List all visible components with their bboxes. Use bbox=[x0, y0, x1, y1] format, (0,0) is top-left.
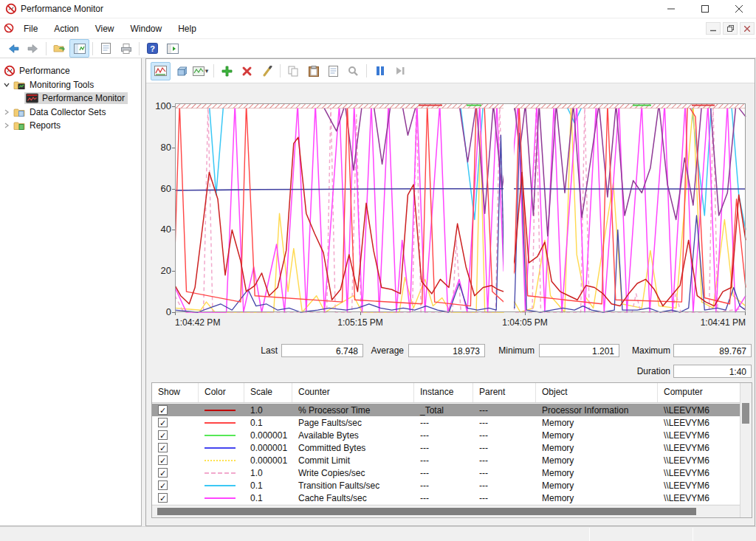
maximize-icon[interactable] bbox=[688, 0, 722, 18]
freeze-display-button[interactable] bbox=[370, 62, 390, 80]
show-checkbox[interactable]: ✓ bbox=[158, 493, 168, 503]
show-checkbox[interactable]: ✓ bbox=[158, 480, 168, 490]
show-checkbox[interactable]: ✓ bbox=[158, 455, 168, 465]
chevron-right-icon[interactable] bbox=[1, 107, 12, 117]
column-header-parent[interactable]: Parent bbox=[473, 383, 536, 402]
cell-counter: Transition Faults/sec bbox=[292, 479, 414, 492]
cell-counter: Page Faults/sec bbox=[292, 416, 414, 429]
cell-instance: _Total bbox=[414, 404, 473, 416]
update-data-button[interactable] bbox=[390, 62, 410, 80]
counter-row-commit-limit[interactable]: ✓0.000001Commit Limit------Memory\\LEEVY… bbox=[152, 454, 740, 466]
sidebar-item-performance[interactable]: Performance bbox=[1, 63, 141, 77]
cell-computer: \\LEEVYM6 bbox=[658, 454, 740, 466]
tree-item-label: Performance bbox=[18, 65, 73, 77]
highlight-button[interactable] bbox=[257, 62, 277, 80]
legend-vertical-scrollbar[interactable] bbox=[740, 383, 752, 517]
y-axis-label: 40 bbox=[146, 224, 171, 235]
cell-computer: \\LEEVYM6 bbox=[658, 466, 740, 479]
dropdown-caret-icon[interactable]: ▾ bbox=[205, 67, 209, 75]
cell-instance: --- bbox=[414, 492, 473, 504]
paste-counter-list-button[interactable] bbox=[303, 62, 323, 80]
counter-legend-table: ShowColorScaleCounterInstanceParentObjec… bbox=[151, 382, 752, 518]
performance-monitor-window: Performance Monitor FileActionViewWindow… bbox=[0, 0, 756, 541]
copy-properties-button[interactable] bbox=[284, 62, 303, 80]
print-icon bbox=[120, 44, 132, 54]
menu-view[interactable]: View bbox=[87, 21, 123, 37]
mdi-minimize-icon[interactable] bbox=[706, 22, 721, 35]
vertical-scroll-thumb[interactable] bbox=[742, 403, 749, 424]
column-header-object[interactable]: Object bbox=[536, 383, 658, 402]
column-header-instance[interactable]: Instance bbox=[414, 383, 473, 402]
perfmon-logo-icon bbox=[4, 65, 16, 77]
cell-parent: --- bbox=[473, 454, 536, 466]
legend-horizontal-scrollbar[interactable] bbox=[152, 505, 740, 517]
column-header-color[interactable]: Color bbox=[199, 383, 244, 402]
chevron-down-icon[interactable] bbox=[1, 80, 12, 90]
sidebar-item-monitoring-tools[interactable]: Monitoring Tools bbox=[1, 77, 141, 92]
counter-row-transition-faults-sec[interactable]: ✓0.1Transition Faults/sec------Memory\\L… bbox=[152, 479, 740, 492]
column-header-show[interactable]: Show bbox=[152, 383, 199, 402]
forward-button[interactable] bbox=[23, 39, 43, 58]
close-icon[interactable] bbox=[722, 0, 756, 18]
counter-row-committed-bytes[interactable]: ✓0.000001Committed Bytes------Memory\\LE… bbox=[152, 441, 740, 454]
performance-chart bbox=[175, 103, 746, 313]
menu-action[interactable]: Action bbox=[46, 21, 86, 37]
zoom-button[interactable] bbox=[343, 62, 363, 80]
y-axis-label: 80 bbox=[146, 142, 171, 153]
mdi-restore-icon[interactable] bbox=[723, 22, 738, 35]
sidebar-item-data-collector-sets[interactable]: Data Collector Sets bbox=[1, 105, 141, 119]
menu-window[interactable]: Window bbox=[123, 21, 171, 37]
menu-file[interactable]: File bbox=[16, 21, 46, 37]
time-axis-label: 1:04:05 PM bbox=[495, 317, 554, 328]
mdi-close-icon[interactable] bbox=[740, 22, 755, 35]
counter-row-cache-faults-sec[interactable]: ✓0.1Cache Faults/sec------Memory\\LEEVYM… bbox=[152, 492, 740, 504]
change-graph-type-button[interactable]: ▾ bbox=[190, 62, 210, 80]
export-list-button[interactable] bbox=[49, 39, 69, 58]
help-button[interactable]: ? bbox=[142, 39, 162, 58]
counter-row-available-bytes[interactable]: ✓0.000001Available Bytes------Memory\\LE… bbox=[152, 429, 740, 441]
cell-counter: Available Bytes bbox=[292, 429, 414, 441]
toolbar-separator bbox=[280, 64, 281, 77]
view-log-data-button[interactable] bbox=[171, 62, 190, 80]
average-label: Average bbox=[359, 344, 404, 357]
show-checkbox[interactable]: ✓ bbox=[158, 430, 168, 440]
minimize-icon[interactable] bbox=[654, 0, 688, 18]
view-current-activity-button[interactable] bbox=[151, 62, 171, 80]
color-swatch bbox=[205, 447, 236, 449]
back-button[interactable] bbox=[3, 39, 23, 58]
counter-row-write-copies-sec[interactable]: ✓1.0Write Copies/sec------Memory\\LEEVYM… bbox=[152, 466, 740, 479]
counter-row-page-faults-sec[interactable]: ✓0.1Page Faults/sec------Memory\\LEEVYM6 bbox=[152, 416, 740, 429]
new-window-button[interactable] bbox=[162, 39, 182, 58]
show-checkbox[interactable]: ✓ bbox=[158, 405, 168, 415]
cell-object: Processor Information bbox=[536, 404, 658, 416]
horizontal-scroll-thumb[interactable] bbox=[157, 508, 696, 515]
cell-instance: --- bbox=[414, 429, 473, 441]
show-checkbox[interactable]: ✓ bbox=[158, 443, 168, 452]
cell-scale: 0.1 bbox=[244, 416, 292, 429]
properties-button[interactable] bbox=[323, 62, 343, 80]
last-label: Last bbox=[236, 344, 278, 357]
tree-item-label: Data Collector Sets bbox=[28, 106, 109, 118]
cell-counter: Cache Faults/sec bbox=[292, 492, 414, 504]
properties-button[interactable] bbox=[96, 39, 116, 58]
show-console-tree-icon bbox=[74, 44, 86, 54]
cell-object: Memory bbox=[536, 441, 658, 454]
column-header-scale[interactable]: Scale bbox=[244, 383, 292, 402]
duration-value: 1:40 bbox=[673, 365, 752, 378]
sidebar-item-performance-monitor[interactable]: Performance Monitor bbox=[1, 91, 141, 105]
column-header-computer[interactable]: Computer bbox=[658, 383, 740, 402]
show-console-tree-button[interactable] bbox=[69, 39, 89, 58]
add-counters-button[interactable] bbox=[217, 62, 237, 80]
column-header-counter[interactable]: Counter bbox=[292, 383, 414, 402]
chevron-right-icon[interactable] bbox=[1, 120, 12, 131]
tree-item-label: Performance Monitor bbox=[41, 92, 128, 104]
menu-help[interactable]: Help bbox=[170, 21, 205, 37]
delete-counters-button[interactable] bbox=[237, 62, 257, 80]
new-window-icon bbox=[167, 44, 179, 54]
properties-icon bbox=[101, 43, 111, 54]
counter-row--processor-time[interactable]: ✓1.0% Processor Time_Total---Processor I… bbox=[152, 404, 740, 416]
sidebar-item-reports[interactable]: Reports bbox=[1, 118, 141, 132]
show-checkbox[interactable]: ✓ bbox=[158, 468, 168, 478]
show-checkbox[interactable]: ✓ bbox=[158, 418, 168, 427]
print-button[interactable] bbox=[116, 39, 136, 58]
